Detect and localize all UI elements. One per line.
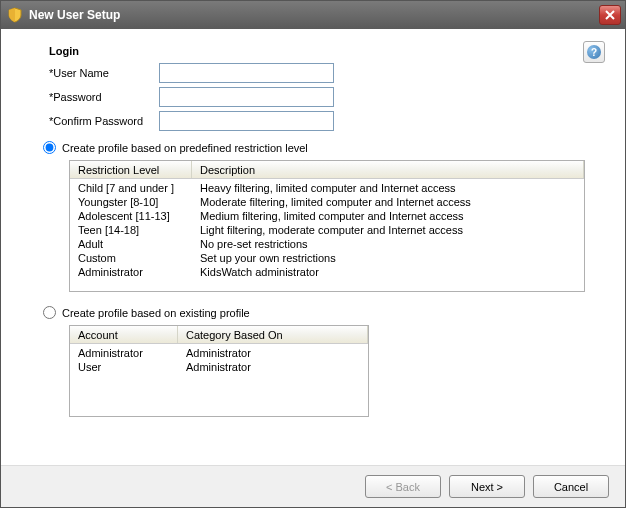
list-item[interactable]: AdministratorAdministrator <box>70 346 368 360</box>
cell-level: Child [7 and under ] <box>70 181 192 195</box>
cell-description: Moderate filtering, limited computer and… <box>192 195 584 209</box>
col-description[interactable]: Description <box>192 161 584 178</box>
close-button[interactable] <box>599 5 621 25</box>
listview-header: Account Category Based On <box>70 326 368 344</box>
restriction-rows: Child [7 and under ]Heavy filtering, lim… <box>70 179 584 281</box>
option-existing-label: Create profile based on existing profile <box>62 307 250 319</box>
radio-existing[interactable] <box>43 306 56 319</box>
cell-level: Youngster [8-10] <box>70 195 192 209</box>
cell-level: Adult <box>70 237 192 251</box>
cell-level: Custom <box>70 251 192 265</box>
username-row: *User Name <box>49 63 605 83</box>
list-item[interactable]: Child [7 and under ]Heavy filtering, lim… <box>70 181 584 195</box>
titlebar: New User Setup <box>1 1 625 29</box>
listview-header: Restriction Level Description <box>70 161 584 179</box>
confirm-password-input[interactable] <box>159 111 334 131</box>
back-button[interactable]: < Back <box>365 475 441 498</box>
cell-account: User <box>70 360 178 374</box>
cell-description: KidsWatch administrator <box>192 265 584 279</box>
existing-listview[interactable]: Account Category Based On AdministratorA… <box>69 325 369 417</box>
list-item[interactable]: Adolescent [11-13]Medium filtering, limi… <box>70 209 584 223</box>
restriction-listview[interactable]: Restriction Level Description Child [7 a… <box>69 160 585 292</box>
cell-level: Administrator <box>70 265 192 279</box>
confirm-password-row: *Confirm Password <box>49 111 605 131</box>
cell-category: Administrator <box>178 360 368 374</box>
content-area: ? Login *User Name *Password *Confirm Pa… <box>1 29 625 465</box>
col-account[interactable]: Account <box>70 326 178 343</box>
cell-description: Set up your own restrictions <box>192 251 584 265</box>
cell-description: No pre-set restrictions <box>192 237 584 251</box>
list-item[interactable]: AdultNo pre-set restrictions <box>70 237 584 251</box>
col-restriction-level[interactable]: Restriction Level <box>70 161 192 178</box>
username-input[interactable] <box>159 63 334 83</box>
list-item[interactable]: Youngster [8-10]Moderate filtering, limi… <box>70 195 584 209</box>
option-existing-row: Create profile based on existing profile <box>43 306 605 319</box>
help-icon: ? <box>587 45 601 59</box>
confirm-password-label: *Confirm Password <box>49 115 159 127</box>
dialog-window: New User Setup ? Login *User Name *Passw… <box>0 0 626 508</box>
login-heading: Login <box>49 45 605 57</box>
password-label: *Password <box>49 91 159 103</box>
username-label: *User Name <box>49 67 159 79</box>
next-button[interactable]: Next > <box>449 475 525 498</box>
cell-level: Adolescent [11-13] <box>70 209 192 223</box>
window-title: New User Setup <box>29 8 599 22</box>
button-bar: < Back Next > Cancel <box>1 465 625 507</box>
shield-icon <box>7 7 23 23</box>
cancel-button[interactable]: Cancel <box>533 475 609 498</box>
close-icon <box>605 10 615 20</box>
cell-account: Administrator <box>70 346 178 360</box>
list-item[interactable]: AdministratorKidsWatch administrator <box>70 265 584 279</box>
option-predefined-row: Create profile based on predefined restr… <box>43 141 605 154</box>
password-row: *Password <box>49 87 605 107</box>
cell-description: Light filtering, moderate computer and I… <box>192 223 584 237</box>
cell-category: Administrator <box>178 346 368 360</box>
list-item[interactable]: UserAdministrator <box>70 360 368 374</box>
help-button[interactable]: ? <box>583 41 605 63</box>
cell-level: Teen [14-18] <box>70 223 192 237</box>
cell-description: Medium filtering, limited computer and I… <box>192 209 584 223</box>
password-input[interactable] <box>159 87 334 107</box>
existing-rows: AdministratorAdministratorUserAdministra… <box>70 344 368 376</box>
cell-description: Heavy filtering, limited computer and In… <box>192 181 584 195</box>
list-item[interactable]: Teen [14-18]Light filtering, moderate co… <box>70 223 584 237</box>
list-item[interactable]: CustomSet up your own restrictions <box>70 251 584 265</box>
col-category[interactable]: Category Based On <box>178 326 368 343</box>
radio-predefined[interactable] <box>43 141 56 154</box>
option-predefined-label: Create profile based on predefined restr… <box>62 142 308 154</box>
